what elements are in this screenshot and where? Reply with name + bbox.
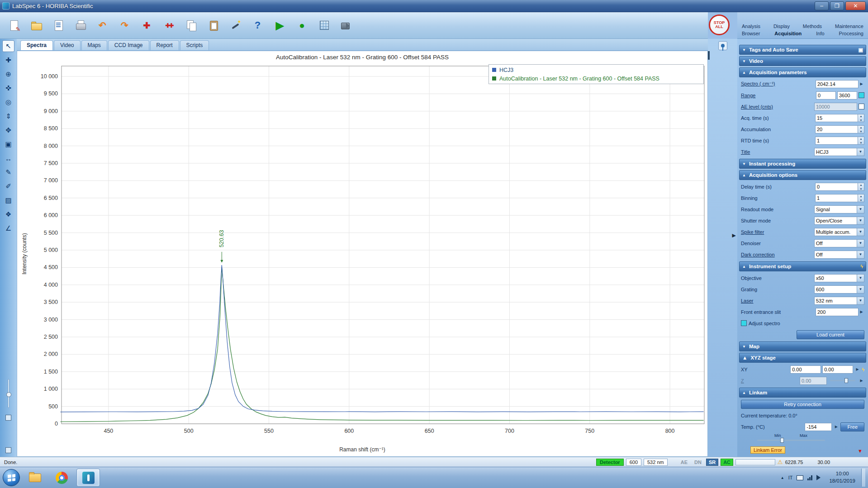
record-button[interactable]: ● — [292, 15, 312, 36]
expand-x-tool[interactable]: ↔ — [2, 152, 14, 164]
range-max-input[interactable]: 3600 — [837, 91, 857, 99]
pointer-tool[interactable]: ↖ — [2, 40, 14, 52]
temp-go-button[interactable]: ▶ — [833, 423, 839, 431]
laser-dropdown-button[interactable]: ▼ — [857, 297, 864, 305]
help-button[interactable]: ? — [248, 15, 267, 36]
panel-collapse-arrow[interactable]: ▶ — [732, 232, 736, 238]
binning-spinner[interactable]: ▲▼ — [858, 194, 864, 202]
chart-legend[interactable]: HCJ3 AutoCalibration - Laser 532 nm - Gr… — [489, 64, 704, 84]
spectro-input[interactable]: 2042.14 — [816, 80, 859, 88]
ccd-button[interactable] — [314, 15, 334, 36]
tab-methods[interactable]: Methods — [803, 24, 822, 29]
keyboard-icon[interactable] — [797, 475, 803, 480]
palette-tool[interactable]: ❖ — [2, 208, 14, 220]
peak-pick-tool[interactable]: ⊕ — [2, 68, 14, 80]
tab-info[interactable]: Info — [816, 31, 824, 36]
denoiser-select[interactable]: Off — [814, 239, 857, 247]
section-map[interactable]: ▼ Map — [739, 341, 866, 351]
objective-select[interactable]: x50 — [814, 274, 857, 282]
accumulation-input[interactable]: 20 — [815, 125, 858, 133]
z-go-button[interactable]: ▶ — [859, 377, 864, 385]
start-acquisition-button[interactable]: ▶ — [270, 15, 289, 36]
live-update-icon[interactable]: ϟ — [860, 264, 863, 269]
panel-scroll-more-icon[interactable]: ▼ — [858, 448, 863, 454]
denoiser-dropdown-button[interactable]: ▼ — [857, 239, 864, 247]
tab-video[interactable]: Video — [54, 40, 80, 50]
tab-analysis[interactable]: Analysis — [742, 24, 760, 29]
maximize-button[interactable]: ❐ — [830, 1, 844, 10]
shutter-mode-dropdown-button[interactable]: ▼ — [857, 217, 864, 225]
front-entrance-slit-input[interactable]: 200 — [816, 308, 859, 316]
title-label[interactable]: Title — [741, 149, 812, 155]
dark-correction-label[interactable]: Dark correction — [741, 252, 812, 257]
dark-correction-dropdown-button[interactable]: ▼ — [857, 251, 864, 259]
retry-connection-button[interactable]: Retry connection — [741, 400, 864, 409]
probe-pin-button[interactable] — [718, 41, 727, 50]
cursor-tool[interactable]: ✚ — [2, 54, 14, 66]
video-camera-button[interactable] — [337, 15, 356, 36]
laser-select[interactable]: 532 nm — [814, 297, 857, 305]
spike-filter-label[interactable]: Spike filter — [741, 229, 812, 235]
status-dn-toggle[interactable]: DN — [692, 459, 704, 466]
rtd-time-input[interactable]: 1 — [815, 137, 858, 145]
legend-entry[interactable]: AutoCalibration - Laser 532 nm - Grating… — [492, 74, 700, 83]
temp-input[interactable]: -154 — [805, 423, 832, 431]
rtd-time-spinner[interactable]: ▲▼ — [858, 137, 864, 145]
adjust-spectro-checkbox[interactable] — [741, 320, 747, 326]
stop-all-button[interactable]: STOP ALL — [709, 14, 730, 35]
volume-icon[interactable] — [816, 475, 823, 480]
tab-report[interactable]: Report — [150, 40, 179, 50]
range-min-input[interactable]: 0 — [816, 91, 836, 99]
status-sr-toggle[interactable]: SR — [706, 459, 718, 466]
section-xyz-stage[interactable]: ▲ XYZ stage — [739, 353, 866, 363]
print-button[interactable] — [71, 15, 90, 36]
taskbar-clock[interactable]: 10:00 18/01/2019 — [829, 470, 855, 484]
scale-y-tool[interactable]: ⇕ — [2, 110, 14, 122]
temperature-range-slider[interactable] — [757, 440, 825, 441]
tab-maintenance[interactable]: Maintenance — [835, 24, 863, 29]
ae-level-label[interactable]: AE level (cnts) — [741, 104, 812, 109]
readout-mode-select[interactable]: Signal — [814, 205, 857, 213]
language-indicator[interactable]: IT — [788, 475, 793, 480]
tab-scripts[interactable]: Scripts — [180, 40, 209, 50]
setup-wand-button[interactable] — [226, 15, 245, 36]
dark-correction-select[interactable]: Off — [814, 251, 857, 259]
measure-tool[interactable]: ∠ — [2, 223, 14, 234]
chrome-button[interactable] — [50, 469, 73, 487]
section-tags-autosave[interactable]: ▼ Tags and Auto Save ▣ — [739, 45, 866, 55]
legend-entry[interactable]: HCJ3 — [492, 66, 700, 74]
spike-filter-dropdown-button[interactable]: ▼ — [857, 228, 864, 236]
series-visibility-toggle-green[interactable] — [709, 51, 710, 60]
load-current-button[interactable]: Load current — [797, 330, 864, 339]
accumulation-spinner[interactable]: ▲▼ — [858, 125, 864, 133]
z-position-input[interactable]: 0.00 — [800, 377, 827, 385]
range-label[interactable]: Range — [741, 93, 814, 98]
free-button[interactable]: Free — [840, 422, 864, 431]
multi-cursor-tool[interactable]: ✜ — [2, 82, 14, 94]
tab-ccd-image[interactable]: CCD Image — [108, 40, 149, 50]
copy-button[interactable] — [181, 15, 201, 36]
tab-acquisition[interactable]: Acquisition — [774, 31, 802, 36]
close-button[interactable]: ✕ — [845, 1, 866, 10]
section-video[interactable]: ▼ Video — [739, 56, 866, 66]
section-acquisition-options[interactable]: ▲ Acquisition options — [739, 170, 866, 180]
z-label[interactable]: Z — [741, 378, 750, 384]
file-explorer-button[interactable] — [23, 469, 47, 487]
redo-button[interactable]: ↷ — [115, 15, 134, 36]
section-instant-processing[interactable]: ▼ Instant processing — [739, 159, 866, 169]
binning-input[interactable]: 1 — [815, 194, 858, 202]
network-icon[interactable] — [807, 475, 812, 480]
eraser-tool[interactable]: ▨ — [2, 194, 14, 206]
grating-select[interactable]: 600 — [814, 285, 857, 294]
start-button[interactable] — [3, 469, 20, 486]
save-button[interactable] — [48, 15, 68, 36]
ae-level-checkbox[interactable] — [859, 104, 864, 109]
spectrum-plot[interactable]: 05001 0001 5002 0002 5003 0003 5004 0004… — [17, 51, 708, 457]
show-desktop-button[interactable] — [861, 469, 865, 487]
title-dropdown-button[interactable]: ▼ — [857, 148, 864, 156]
temperature-range-thumb[interactable] — [780, 438, 784, 443]
pencil-tool[interactable]: ✐ — [2, 180, 14, 192]
section-linkam[interactable]: ▲ Linkam — [739, 388, 866, 398]
delay-time-spinner[interactable]: ▲▼ — [858, 183, 864, 191]
cursor-button[interactable]: ✚ — [137, 15, 157, 36]
